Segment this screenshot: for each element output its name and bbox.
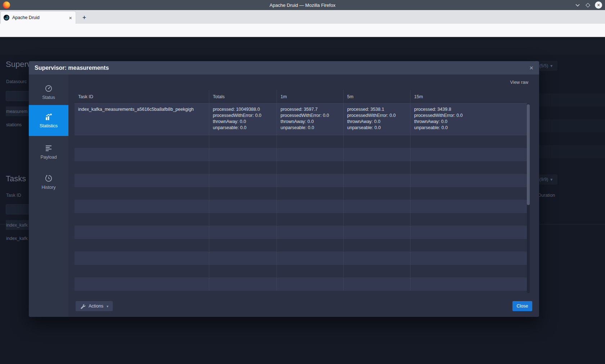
window-maximize-button[interactable] bbox=[584, 2, 591, 8]
empty-cell bbox=[75, 265, 209, 277]
stat-line: thrownAway: 0.0 bbox=[213, 119, 273, 125]
empty-rows bbox=[75, 135, 527, 291]
view-raw-link[interactable]: View raw bbox=[510, 80, 528, 85]
empty-cell bbox=[75, 278, 209, 290]
table-row-empty bbox=[75, 265, 527, 278]
empty-cell bbox=[209, 226, 277, 238]
empty-cell bbox=[410, 200, 527, 213]
table-row-empty bbox=[75, 226, 527, 239]
table-row-empty bbox=[75, 239, 527, 252]
empty-cell bbox=[410, 161, 527, 174]
empty-cell bbox=[277, 174, 343, 187]
supervisor-dialog: Supervisor: measurements × Status bbox=[29, 61, 539, 317]
stat-line: processed: 3538.1 bbox=[347, 106, 407, 113]
tasks-filter-input[interactable] bbox=[6, 204, 32, 214]
empty-cell bbox=[209, 148, 277, 161]
empty-cell bbox=[343, 239, 410, 251]
empty-cell bbox=[343, 252, 410, 264]
empty-cell bbox=[343, 200, 410, 213]
empty-cell bbox=[343, 187, 410, 200]
empty-cell bbox=[209, 161, 277, 174]
empty-cell bbox=[75, 252, 209, 264]
supervisors-section-title: Superv bbox=[6, 60, 31, 69]
column-header-5m[interactable]: 5m bbox=[343, 90, 410, 103]
chevron-down-icon: ▾ bbox=[550, 63, 552, 68]
table-scrollbar-thumb[interactable] bbox=[527, 104, 530, 205]
tab-payload[interactable]: Payload bbox=[29, 136, 68, 167]
dialog-close-icon[interactable]: × bbox=[529, 64, 533, 71]
empty-cell bbox=[75, 187, 209, 200]
cell-5m: processed: 3538.1 processedWithError: 0.… bbox=[343, 104, 410, 135]
empty-cell bbox=[75, 226, 209, 238]
table-row-empty bbox=[75, 200, 527, 213]
window-titlebar: Apache Druid — Mozilla Firefox × bbox=[0, 0, 605, 10]
tab-title: Apache Druid bbox=[12, 15, 68, 20]
empty-cell bbox=[277, 239, 343, 251]
stat-line: unparseable: 0.0 bbox=[347, 125, 407, 131]
datasource-column-header: Datasourc bbox=[6, 79, 27, 84]
cell-15m: processed: 3439.8 processedWithError: 0.… bbox=[410, 104, 527, 135]
empty-cell bbox=[209, 213, 277, 226]
stat-line: processedWithError: 0.0 bbox=[347, 113, 407, 119]
druid-navbar: druid Load data Ingestion Datasources bbox=[0, 37, 605, 55]
tab-statistics[interactable]: Statistics bbox=[29, 105, 68, 136]
column-header-task-id[interactable]: Task ID bbox=[75, 90, 209, 103]
column-header-totals[interactable]: Totals bbox=[209, 90, 277, 103]
task-id-column-header: Task ID bbox=[6, 193, 21, 198]
chevron-down-icon: ▾ bbox=[550, 177, 552, 182]
table-row-empty bbox=[75, 174, 527, 187]
supervisors-filter-input[interactable] bbox=[6, 91, 32, 101]
empty-cell bbox=[209, 252, 277, 264]
supervisors-count: (5/5) bbox=[539, 63, 548, 68]
browser-tab-apache-druid[interactable]: Apache Druid × bbox=[1, 12, 76, 24]
task-row[interactable]: index_kafk bbox=[6, 236, 28, 241]
cell-task-id: index_kafka_measurements_a5616c5ba8afb8b… bbox=[75, 104, 209, 135]
chevron-down-icon: ▾ bbox=[107, 304, 108, 308]
column-header-15m[interactable]: 15m bbox=[410, 90, 527, 103]
actions-button[interactable]: Actions ▾ bbox=[76, 301, 113, 311]
empty-cell bbox=[209, 278, 277, 290]
close-button[interactable]: Close bbox=[512, 301, 532, 311]
empty-cell bbox=[277, 278, 343, 290]
column-header-1m[interactable]: 1m bbox=[277, 90, 343, 103]
tab-close-icon[interactable]: × bbox=[68, 15, 73, 21]
empty-cell bbox=[410, 135, 527, 148]
bar-chart-arrow-icon bbox=[45, 113, 53, 121]
supervisor-row[interactable]: stations bbox=[6, 122, 22, 127]
window-minimize-button[interactable] bbox=[574, 2, 581, 8]
empty-cell bbox=[410, 278, 527, 290]
background-stripe bbox=[533, 145, 605, 158]
empty-cell bbox=[277, 200, 343, 213]
empty-cell bbox=[209, 135, 277, 148]
stat-line: processedWithError: 0.0 bbox=[213, 113, 273, 119]
firefox-logo-icon bbox=[3, 1, 10, 9]
window-close-button[interactable]: × bbox=[595, 1, 602, 9]
stat-line: unparseable: 0.0 bbox=[414, 125, 523, 131]
tab-favicon-druid bbox=[4, 15, 9, 21]
empty-cell bbox=[343, 148, 410, 161]
gauge-icon bbox=[45, 85, 53, 92]
empty-cell bbox=[75, 161, 209, 174]
empty-cell bbox=[410, 148, 527, 161]
tab-label: Payload bbox=[40, 155, 57, 160]
empty-cell bbox=[209, 265, 277, 277]
new-tab-button[interactable]: + bbox=[80, 13, 89, 22]
empty-cell bbox=[410, 226, 527, 238]
empty-cell bbox=[277, 252, 343, 264]
tasks-section-title: Tasks bbox=[6, 174, 26, 183]
empty-cell bbox=[277, 161, 343, 174]
task-row[interactable]: index_kafk bbox=[6, 223, 28, 228]
stat-line: processedWithError: 0.0 bbox=[414, 113, 523, 119]
empty-cell bbox=[410, 174, 527, 187]
history-clock-icon bbox=[45, 174, 53, 182]
tab-status[interactable]: Status bbox=[29, 77, 68, 108]
empty-cell bbox=[75, 213, 209, 226]
empty-cell bbox=[277, 226, 343, 238]
empty-cell bbox=[410, 265, 527, 277]
stat-line: thrownAway: 0.0 bbox=[414, 119, 523, 125]
actions-button-label: Actions bbox=[89, 304, 103, 309]
wrench-icon bbox=[80, 304, 85, 309]
tab-history[interactable]: History bbox=[29, 167, 68, 197]
supervisor-row[interactable]: measurem bbox=[6, 109, 27, 114]
empty-cell bbox=[209, 174, 277, 187]
